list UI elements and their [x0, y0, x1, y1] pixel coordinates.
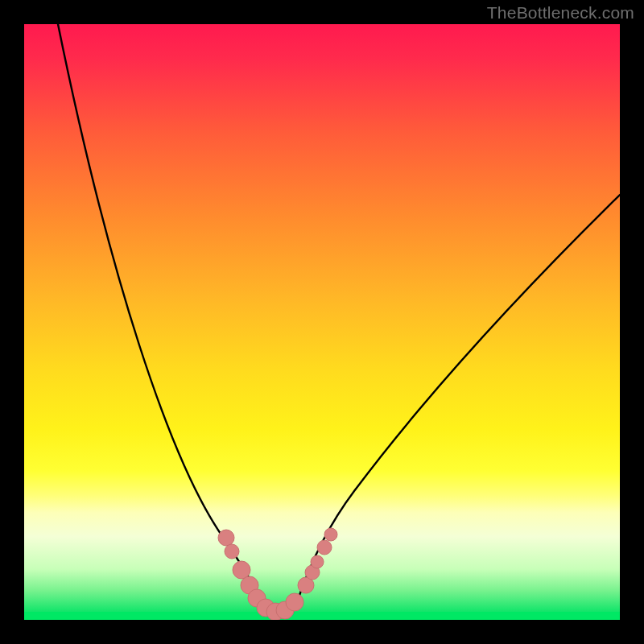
marker-point: [233, 561, 250, 579]
marker-point: [317, 540, 332, 555]
marker-point: [324, 528, 337, 541]
marker-point: [218, 530, 234, 546]
green-baseline: [24, 612, 620, 620]
chart-svg: [24, 24, 620, 620]
marker-point: [225, 544, 239, 559]
plot-area: [24, 24, 620, 620]
marker-point: [286, 593, 303, 611]
chart-stage: TheBottleneck.com: [0, 0, 644, 644]
gradient-background: [24, 24, 620, 620]
marker-point: [311, 555, 324, 568]
watermark-label: TheBottleneck.com: [487, 3, 634, 23]
